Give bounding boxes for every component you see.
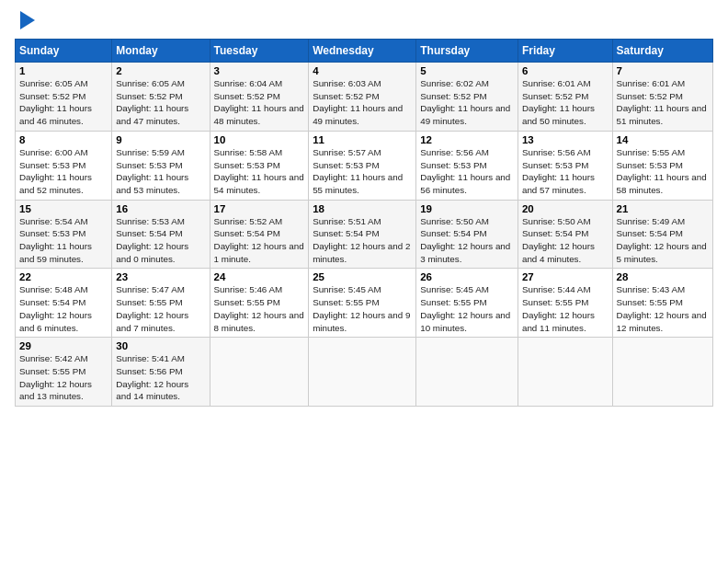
- day-detail: Sunrise: 5:45 AMSunset: 5:55 PMDaylight:…: [313, 284, 410, 332]
- calendar-day-cell: 9 Sunrise: 5:59 AMSunset: 5:53 PMDayligh…: [112, 131, 210, 200]
- calendar-day-cell: 27 Sunrise: 5:44 AMSunset: 5:55 PMDaylig…: [518, 269, 612, 338]
- day-number: 15: [19, 203, 108, 214]
- logo: [15, 11, 37, 33]
- calendar-day-cell: 11 Sunrise: 5:57 AMSunset: 5:53 PMDaylig…: [309, 131, 416, 200]
- day-number: 27: [522, 271, 609, 282]
- day-detail: Sunrise: 5:56 AMSunset: 5:53 PMDaylight:…: [420, 147, 510, 195]
- weekday-header-row: SundayMondayTuesdayWednesdayThursdayFrid…: [16, 40, 713, 63]
- day-detail: Sunrise: 6:02 AMSunset: 5:52 PMDaylight:…: [420, 78, 510, 126]
- day-number: 24: [214, 271, 305, 282]
- day-number: 30: [116, 340, 205, 351]
- calendar-week-row: 15 Sunrise: 5:54 AMSunset: 5:53 PMDaylig…: [16, 200, 713, 269]
- day-number: 13: [522, 134, 609, 145]
- calendar-table: SundayMondayTuesdayWednesdayThursdayFrid…: [15, 39, 713, 407]
- day-number: 29: [19, 340, 108, 351]
- day-number: 21: [617, 203, 709, 214]
- day-detail: Sunrise: 5:53 AMSunset: 5:54 PMDaylight:…: [116, 216, 188, 264]
- day-number: 8: [19, 134, 108, 145]
- calendar-day-cell: 26 Sunrise: 5:45 AMSunset: 5:55 PMDaylig…: [416, 269, 518, 338]
- calendar-day-cell: 4 Sunrise: 6:03 AMSunset: 5:52 PMDayligh…: [309, 63, 416, 132]
- day-detail: Sunrise: 6:01 AMSunset: 5:52 PMDaylight:…: [617, 78, 707, 126]
- day-detail: Sunrise: 5:51 AMSunset: 5:54 PMDaylight:…: [313, 216, 410, 264]
- calendar-day-cell: 7 Sunrise: 6:01 AMSunset: 5:52 PMDayligh…: [612, 63, 712, 132]
- day-number: 9: [116, 134, 205, 145]
- calendar-day-cell: 10 Sunrise: 5:58 AMSunset: 5:53 PMDaylig…: [210, 131, 309, 200]
- day-number: 5: [420, 65, 514, 76]
- calendar-day-cell: 29 Sunrise: 5:42 AMSunset: 5:55 PMDaylig…: [16, 338, 112, 407]
- page: SundayMondayTuesdayWednesdayThursdayFrid…: [0, 0, 728, 563]
- calendar-day-cell: 1 Sunrise: 6:05 AMSunset: 5:52 PMDayligh…: [16, 63, 112, 132]
- weekday-header-cell: Friday: [518, 40, 612, 63]
- weekday-header-cell: Thursday: [416, 40, 518, 63]
- day-detail: Sunrise: 6:00 AMSunset: 5:53 PMDaylight:…: [19, 147, 92, 195]
- calendar-body: 1 Sunrise: 6:05 AMSunset: 5:52 PMDayligh…: [16, 63, 713, 407]
- day-number: 22: [19, 271, 108, 282]
- day-number: 7: [617, 65, 709, 76]
- calendar-day-cell: 2 Sunrise: 6:05 AMSunset: 5:52 PMDayligh…: [112, 63, 210, 132]
- calendar-day-cell: [416, 338, 518, 407]
- calendar-day-cell: 16 Sunrise: 5:53 AMSunset: 5:54 PMDaylig…: [112, 200, 210, 269]
- day-number: 20: [522, 203, 609, 214]
- weekday-header-cell: Wednesday: [309, 40, 416, 63]
- day-number: 12: [420, 134, 514, 145]
- calendar-day-cell: 19 Sunrise: 5:50 AMSunset: 5:54 PMDaylig…: [416, 200, 518, 269]
- calendar-day-cell: 25 Sunrise: 5:45 AMSunset: 5:55 PMDaylig…: [309, 269, 416, 338]
- day-number: 28: [617, 271, 709, 282]
- day-detail: Sunrise: 6:05 AMSunset: 5:52 PMDaylight:…: [116, 78, 188, 126]
- day-detail: Sunrise: 6:05 AMSunset: 5:52 PMDaylight:…: [19, 78, 92, 126]
- weekday-header-cell: Sunday: [16, 40, 112, 63]
- calendar-day-cell: 12 Sunrise: 5:56 AMSunset: 5:53 PMDaylig…: [416, 131, 518, 200]
- day-number: 23: [116, 271, 205, 282]
- day-detail: Sunrise: 5:44 AMSunset: 5:55 PMDaylight:…: [522, 284, 595, 332]
- day-detail: Sunrise: 6:01 AMSunset: 5:52 PMDaylight:…: [522, 78, 595, 126]
- calendar-day-cell: 17 Sunrise: 5:52 AMSunset: 5:54 PMDaylig…: [210, 200, 309, 269]
- day-number: 4: [313, 65, 412, 76]
- day-number: 2: [116, 65, 205, 76]
- day-detail: Sunrise: 5:42 AMSunset: 5:55 PMDaylight:…: [19, 353, 92, 401]
- day-detail: Sunrise: 5:48 AMSunset: 5:54 PMDaylight:…: [19, 284, 92, 332]
- calendar-week-row: 1 Sunrise: 6:05 AMSunset: 5:52 PMDayligh…: [16, 63, 713, 132]
- day-detail: Sunrise: 5:50 AMSunset: 5:54 PMDaylight:…: [522, 216, 595, 264]
- calendar-day-cell: 13 Sunrise: 5:56 AMSunset: 5:53 PMDaylig…: [518, 131, 612, 200]
- calendar-day-cell: 6 Sunrise: 6:01 AMSunset: 5:52 PMDayligh…: [518, 63, 612, 132]
- day-number: 1: [19, 65, 108, 76]
- calendar-day-cell: 8 Sunrise: 6:00 AMSunset: 5:53 PMDayligh…: [16, 131, 112, 200]
- logo-icon: [17, 7, 37, 33]
- day-number: 17: [214, 203, 305, 214]
- day-detail: Sunrise: 5:59 AMSunset: 5:53 PMDaylight:…: [116, 147, 188, 195]
- day-number: 14: [617, 134, 709, 145]
- day-detail: Sunrise: 5:43 AMSunset: 5:55 PMDaylight:…: [617, 284, 707, 332]
- svg-marker-0: [20, 11, 35, 29]
- calendar-day-cell: 5 Sunrise: 6:02 AMSunset: 5:52 PMDayligh…: [416, 63, 518, 132]
- calendar-day-cell: 15 Sunrise: 5:54 AMSunset: 5:53 PMDaylig…: [16, 200, 112, 269]
- weekday-header-cell: Saturday: [612, 40, 712, 63]
- day-number: 3: [214, 65, 305, 76]
- calendar-day-cell: [309, 338, 416, 407]
- day-number: 6: [522, 65, 609, 76]
- day-number: 18: [313, 203, 412, 214]
- day-detail: Sunrise: 5:50 AMSunset: 5:54 PMDaylight:…: [420, 216, 510, 264]
- calendar-day-cell: 23 Sunrise: 5:47 AMSunset: 5:55 PMDaylig…: [112, 269, 210, 338]
- day-detail: Sunrise: 5:45 AMSunset: 5:55 PMDaylight:…: [420, 284, 510, 332]
- calendar-day-cell: [612, 338, 712, 407]
- calendar-day-cell: 30 Sunrise: 5:41 AMSunset: 5:56 PMDaylig…: [112, 338, 210, 407]
- weekday-header-cell: Monday: [112, 40, 210, 63]
- day-detail: Sunrise: 5:46 AMSunset: 5:55 PMDaylight:…: [214, 284, 304, 332]
- calendar-day-cell: 24 Sunrise: 5:46 AMSunset: 5:55 PMDaylig…: [210, 269, 309, 338]
- day-detail: Sunrise: 5:56 AMSunset: 5:53 PMDaylight:…: [522, 147, 595, 195]
- calendar-week-row: 29 Sunrise: 5:42 AMSunset: 5:55 PMDaylig…: [16, 338, 713, 407]
- day-number: 10: [214, 134, 305, 145]
- calendar-day-cell: 18 Sunrise: 5:51 AMSunset: 5:54 PMDaylig…: [309, 200, 416, 269]
- day-number: 25: [313, 271, 412, 282]
- day-detail: Sunrise: 5:49 AMSunset: 5:54 PMDaylight:…: [617, 216, 707, 264]
- calendar-day-cell: [210, 338, 309, 407]
- day-detail: Sunrise: 6:04 AMSunset: 5:52 PMDaylight:…: [214, 78, 304, 126]
- calendar-day-cell: 14 Sunrise: 5:55 AMSunset: 5:53 PMDaylig…: [612, 131, 712, 200]
- header: [15, 11, 713, 33]
- calendar-day-cell: 3 Sunrise: 6:04 AMSunset: 5:52 PMDayligh…: [210, 63, 309, 132]
- day-number: 26: [420, 271, 514, 282]
- day-detail: Sunrise: 5:58 AMSunset: 5:53 PMDaylight:…: [214, 147, 304, 195]
- day-detail: Sunrise: 5:41 AMSunset: 5:56 PMDaylight:…: [116, 353, 188, 401]
- calendar-week-row: 22 Sunrise: 5:48 AMSunset: 5:54 PMDaylig…: [16, 269, 713, 338]
- calendar-day-cell: [518, 338, 612, 407]
